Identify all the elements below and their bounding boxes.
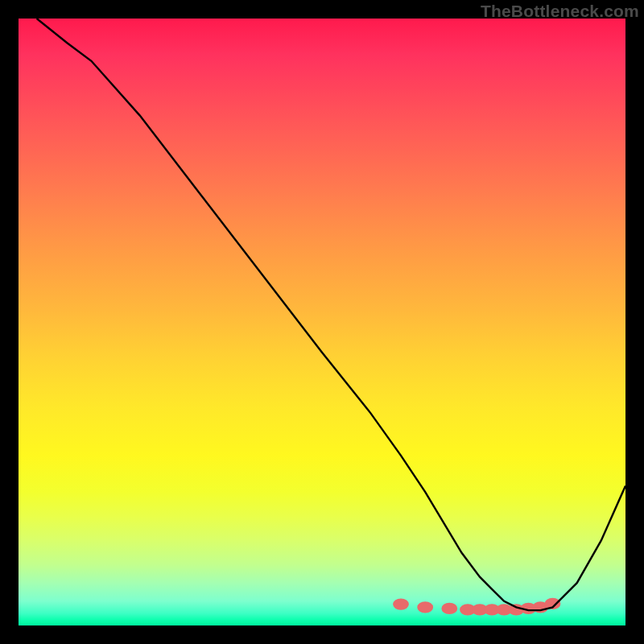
bottleneck-curve	[37, 19, 625, 610]
marker-dot	[393, 598, 409, 609]
curve-overlay	[19, 19, 625, 625]
marker-dot	[417, 601, 433, 613]
marker-group	[393, 598, 560, 616]
plot-area	[19, 19, 625, 625]
watermark-text: TheBottleneck.com	[481, 2, 639, 21]
marker-dot	[441, 603, 457, 614]
chart-frame: TheBottleneck.com	[0, 0, 644, 644]
